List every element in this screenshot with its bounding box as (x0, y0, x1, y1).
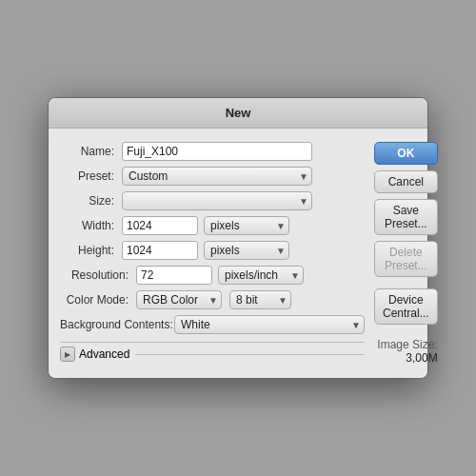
name-label: Name: (60, 145, 122, 158)
width-input[interactable] (122, 216, 198, 235)
preset-select-wrapper: Custom Default Photoshop Size U.S. Paper… (122, 167, 312, 186)
advanced-toggle[interactable]: ▶ Advanced (60, 347, 129, 362)
ok-button[interactable]: OK (374, 142, 438, 165)
image-size-value: 3,00M (374, 351, 438, 365)
new-document-dialog: New Name: Preset: Custom Default Photosh… (48, 97, 428, 379)
resolution-row: Resolution: pixels/inch pixels/cm ▼ (60, 266, 365, 285)
height-row: Height: pixels inches cm mm ▼ (60, 241, 365, 260)
bit-select-wrapper: 8 bit 16 bit 32 bit ▼ (229, 290, 291, 309)
bg-select-wrapper: White Background Color Transparent ▼ (174, 315, 365, 334)
image-size-label: Image Size: (374, 338, 438, 351)
button-area: OK Cancel Save Preset... Delete Preset..… (374, 142, 438, 365)
delete-preset-button[interactable]: Delete Preset... (374, 241, 438, 277)
save-preset-button[interactable]: Save Preset... (374, 199, 438, 235)
bg-row: Background Contents: White Background Co… (60, 315, 365, 334)
height-unit-select[interactable]: pixels inches cm mm (204, 241, 289, 260)
colormode-label: Color Mode: (60, 293, 136, 307)
resolution-input[interactable] (136, 266, 212, 285)
height-unit-wrapper: pixels inches cm mm ▼ (204, 241, 289, 260)
colormode-select-wrapper: Bitmap Grayscale RGB Color CMYK Color La… (136, 290, 222, 309)
width-row: Width: pixels inches cm mm ▼ (60, 216, 365, 235)
resolution-unit-wrapper: pixels/inch pixels/cm ▼ (218, 266, 304, 285)
image-size-area: Image Size: 3,00M (374, 338, 438, 365)
size-row: Size: ▼ (60, 191, 365, 210)
preset-label: Preset: (60, 169, 122, 183)
advanced-label: Advanced (79, 347, 129, 361)
resolution-unit-select[interactable]: pixels/inch pixels/cm (218, 266, 304, 285)
width-label: Width: (60, 219, 122, 232)
name-row: Name: (60, 142, 365, 161)
resolution-label: Resolution: (60, 268, 136, 282)
bg-label: Background Contents: (60, 318, 174, 331)
colormode-row: Color Mode: Bitmap Grayscale RGB Color C… (60, 290, 365, 309)
size-select[interactable] (122, 191, 312, 210)
bg-select[interactable]: White Background Color Transparent (174, 315, 365, 334)
size-select-wrapper: ▼ (122, 191, 312, 210)
preset-row: Preset: Custom Default Photoshop Size U.… (60, 167, 365, 186)
dialog-title: New (49, 98, 427, 129)
preset-select[interactable]: Custom Default Photoshop Size U.S. Paper… (122, 167, 312, 186)
cancel-button[interactable]: Cancel (374, 170, 438, 193)
device-central-button[interactable]: Device Central... (374, 288, 438, 325)
form-area: Name: Preset: Custom Default Photoshop S… (60, 142, 365, 365)
size-label: Size: (60, 194, 122, 208)
colormode-select[interactable]: Bitmap Grayscale RGB Color CMYK Color La… (136, 290, 222, 309)
height-label: Height: (60, 244, 122, 257)
bit-select[interactable]: 8 bit 16 bit 32 bit (229, 290, 291, 309)
width-unit-select[interactable]: pixels inches cm mm (204, 216, 289, 235)
width-unit-wrapper: pixels inches cm mm ▼ (204, 216, 289, 235)
advanced-row: ▶ Advanced (60, 342, 365, 362)
advanced-triangle-button[interactable]: ▶ (60, 347, 75, 362)
name-input[interactable] (122, 142, 312, 161)
height-input[interactable] (122, 241, 198, 260)
advanced-divider (135, 354, 365, 355)
colormode-controls: Bitmap Grayscale RGB Color CMYK Color La… (136, 290, 291, 309)
